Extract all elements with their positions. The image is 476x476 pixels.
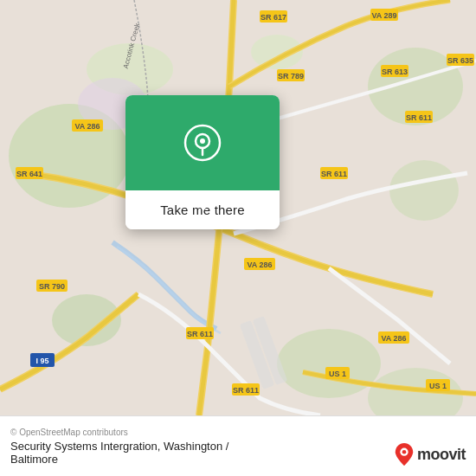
svg-text:SR 641: SR 641 [16,170,42,178]
svg-text:VA 286: VA 286 [381,334,406,343]
svg-text:SR 790: SR 790 [39,282,65,291]
svg-point-52 [402,450,407,454]
map-container: Accotink Creek SR 617 VA 289 SR 635 SR 6… [0,0,476,415]
svg-point-3 [389,160,459,221]
location-pin-icon [183,124,222,162]
svg-text:VA 286: VA 286 [247,261,272,269]
svg-point-49 [200,138,205,144]
svg-text:I 95: I 95 [35,357,48,365]
footer: © OpenStreetMap contributors Security Sy… [0,415,476,476]
svg-text:VA 286: VA 286 [74,122,100,131]
moovit-pin-icon [395,443,414,466]
svg-text:SR 635: SR 635 [447,56,473,65]
svg-text:US 1: US 1 [329,370,346,378]
svg-text:VA 289: VA 289 [371,11,396,20]
popup-header [125,95,280,190]
svg-point-6 [277,329,381,398]
moovit-branding: moovit [395,443,466,466]
svg-text:SR 611: SR 611 [321,170,347,178]
svg-text:SR 613: SR 613 [382,68,408,76]
map-attribution: © OpenStreetMap contributors [10,428,466,437]
svg-text:SR 611: SR 611 [187,330,213,338]
svg-text:SR 611: SR 611 [233,386,259,395]
svg-text:US 1: US 1 [429,382,447,390]
svg-text:SR 617: SR 617 [261,13,286,22]
moovit-wordmark: moovit [417,446,466,464]
svg-text:SR 789: SR 789 [278,72,304,80]
svg-text:SR 611: SR 611 [406,113,432,122]
popup-tail [195,199,212,211]
